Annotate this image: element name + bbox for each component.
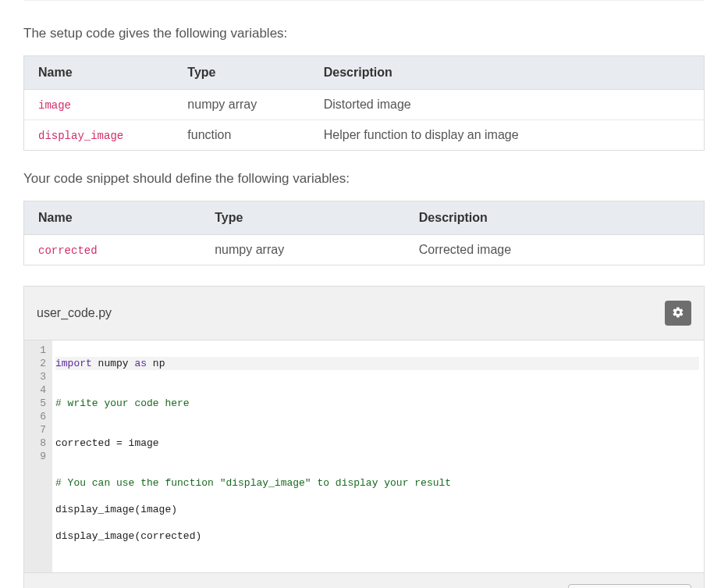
editor-header: user_code.py: [24, 287, 704, 340]
line-number: 4: [29, 383, 46, 397]
gear-icon: [672, 306, 684, 321]
table-row: corrected numpy array Corrected image: [24, 235, 705, 265]
code-line: import numpy as np: [55, 357, 699, 370]
editor-footer: Restore original file: [24, 572, 704, 588]
code-line: display_image(image): [55, 503, 699, 516]
code-editor-panel: user_code.py 1 2 3 4 5 6 7 8 9 import nu…: [23, 286, 705, 588]
code-line: # write your code here: [55, 397, 699, 410]
setup-vars-table: Name Type Description image numpy array …: [23, 55, 705, 151]
line-number: 3: [29, 370, 46, 383]
col-header-description: Description: [405, 201, 705, 235]
line-number: 1: [29, 344, 46, 357]
line-gutter: 1 2 3 4 5 6 7 8 9: [24, 340, 52, 572]
line-number: 9: [29, 450, 46, 463]
var-name: image: [38, 99, 71, 112]
line-number: 7: [29, 423, 46, 437]
intro-setup-vars: The setup code gives the following varia…: [23, 26, 705, 41]
restore-original-button[interactable]: Restore original file: [568, 584, 691, 588]
col-header-name: Name: [24, 201, 201, 235]
line-number: 6: [29, 410, 46, 423]
table-row: display_image function Helper function t…: [24, 120, 705, 151]
table-row: image numpy array Distorted image: [24, 90, 705, 120]
col-header-description: Description: [310, 56, 705, 90]
var-type: function: [173, 120, 309, 151]
col-header-name: Name: [24, 56, 174, 90]
code-editor[interactable]: 1 2 3 4 5 6 7 8 9 import numpy as np # w…: [24, 340, 704, 572]
code-content[interactable]: import numpy as np # write your code her…: [52, 340, 704, 572]
col-header-type: Type: [173, 56, 309, 90]
main-container: The setup code gives the following varia…: [0, 1, 728, 588]
intro-define-vars: Your code snippet should define the foll…: [23, 171, 705, 187]
define-vars-table: Name Type Description corrected numpy ar…: [23, 201, 705, 265]
code-line: corrected = image: [55, 437, 699, 450]
var-desc: Corrected image: [405, 235, 705, 265]
var-name: corrected: [38, 244, 98, 257]
var-type: numpy array: [173, 90, 309, 120]
var-type: numpy array: [201, 235, 405, 265]
settings-button[interactable]: [665, 301, 691, 326]
code-line: # You can use the function "display_imag…: [55, 476, 699, 490]
line-number: 5: [29, 397, 46, 410]
filename-label: user_code.py: [37, 306, 112, 320]
col-header-type: Type: [201, 201, 405, 235]
code-line: display_image(corrected): [55, 529, 699, 543]
line-number: 2: [29, 357, 46, 370]
var-name: display_image: [38, 130, 123, 142]
var-desc: Helper function to display an image: [310, 120, 705, 151]
var-desc: Distorted image: [310, 90, 705, 120]
line-number: 8: [29, 437, 46, 450]
